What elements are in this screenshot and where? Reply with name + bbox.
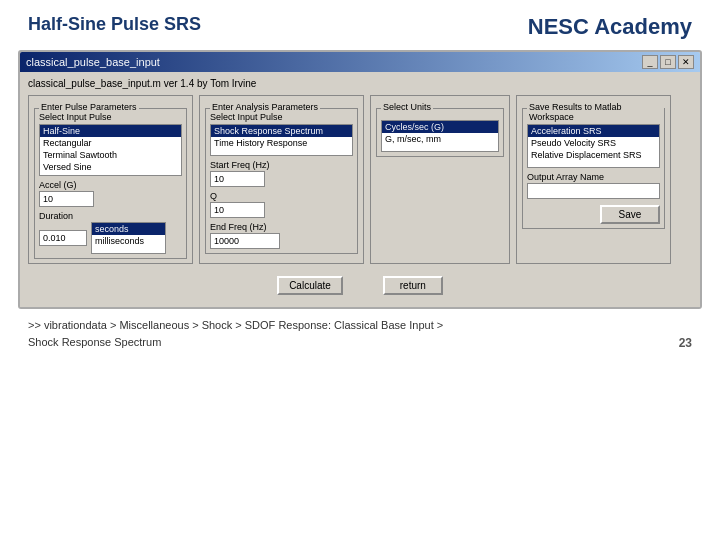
bottom-buttons-row: Calculate return	[28, 272, 692, 299]
list-item[interactable]: Relative Displacement SRS	[528, 149, 659, 161]
list-item[interactable]: Pseudo Velocity SRS	[528, 137, 659, 149]
list-item[interactable]: Cycles/sec (G)	[382, 121, 498, 133]
analysis-params-title: Enter Analysis Parameters	[210, 102, 320, 112]
brand-title: NESC Academy	[528, 14, 692, 40]
footer: >> vibrationdata > Miscellaneous > Shock…	[0, 309, 720, 354]
main-window: classical_pulse_base_input _ □ ✕ classic…	[18, 50, 702, 309]
end-freq-label: End Freq (Hz)	[210, 222, 353, 232]
panel-units: Select Units Cycles/sec (G) G, m/sec, mm	[370, 95, 510, 264]
panel-pulse-parameters: Enter Pulse Parameters Select Input Puls…	[28, 95, 193, 264]
units-title: Select Units	[381, 102, 433, 112]
list-item[interactable]: Terminal Sawtooth	[40, 149, 181, 161]
header: Half-Sine Pulse SRS NESC Academy	[0, 0, 720, 50]
list-item[interactable]: Acceleration SRS	[528, 125, 659, 137]
start-freq-input[interactable]: 10	[210, 171, 265, 187]
save-button-container: Save	[527, 205, 660, 224]
units-listbox[interactable]: Cycles/sec (G) G, m/sec, mm	[381, 120, 499, 152]
filename-label: classical_pulse_base_input.m ver 1.4 by …	[28, 78, 692, 89]
window-controls: _ □ ✕	[642, 55, 694, 69]
list-item[interactable]: seconds	[92, 223, 165, 235]
pulse-params-group: Enter Pulse Parameters Select Input Puls…	[34, 108, 187, 259]
duration-label: Duration	[39, 211, 182, 221]
pulse-type-listbox[interactable]: Half-Sine Rectangular Terminal Sawtooth …	[39, 124, 182, 176]
return-button[interactable]: return	[383, 276, 443, 295]
window-titlebar: classical_pulse_base_input _ □ ✕	[20, 52, 700, 72]
page-title: Half-Sine Pulse SRS	[28, 14, 201, 35]
duration-row: 0.010 seconds milliseconds	[39, 222, 182, 254]
list-item[interactable]: Rectangular	[40, 137, 181, 149]
list-item[interactable]: G, m/sec, mm	[382, 133, 498, 145]
units-group: Select Units Cycles/sec (G) G, m/sec, mm	[376, 108, 504, 157]
output-array-label: Output Array Name	[527, 172, 660, 182]
window-content: classical_pulse_base_input.m ver 1.4 by …	[20, 72, 700, 307]
save-data-listbox[interactable]: Acceleration SRS Pseudo Velocity SRS Rel…	[527, 124, 660, 168]
list-item[interactable]: Time History Response	[211, 137, 352, 149]
window-title: classical_pulse_base_input	[26, 56, 160, 68]
list-item[interactable]: Half-Sine	[40, 125, 181, 137]
breadcrumb: >> vibrationdata > Miscellaneous > Shock…	[28, 317, 443, 350]
duration-input[interactable]: 0.010	[39, 230, 87, 246]
close-button[interactable]: ✕	[678, 55, 694, 69]
maximize-button[interactable]: □	[660, 55, 676, 69]
select-input-pulse-label: Select Input Pulse	[39, 112, 182, 122]
accel-input[interactable]: 10	[39, 191, 94, 207]
analysis-type-listbox[interactable]: Shock Response Spectrum Time History Res…	[210, 124, 353, 156]
save-results-group: Save Results to Matlab Workspace Select …	[522, 108, 665, 229]
start-freq-label: Start Freq (Hz)	[210, 160, 353, 170]
panels-row: Enter Pulse Parameters Select Input Puls…	[28, 95, 692, 264]
page-number: 23	[679, 336, 692, 350]
minimize-button[interactable]: _	[642, 55, 658, 69]
list-item[interactable]: milliseconds	[92, 235, 165, 247]
end-freq-input[interactable]: 10000	[210, 233, 280, 249]
output-array-input[interactable]	[527, 183, 660, 199]
q-input[interactable]: 10	[210, 202, 265, 218]
duration-unit-listbox[interactable]: seconds milliseconds	[91, 222, 166, 254]
select-analysis-label: Select Input Pulse	[210, 112, 353, 122]
calculate-button[interactable]: Calculate	[277, 276, 343, 295]
list-item[interactable]: Versed Sine	[40, 161, 181, 173]
duration-unit-container: seconds milliseconds	[91, 222, 182, 254]
breadcrumb-line1: >> vibrationdata > Miscellaneous > Shock…	[28, 317, 443, 334]
analysis-params-group: Enter Analysis Parameters Select Input P…	[205, 108, 358, 254]
panel-save-results: Save Results to Matlab Workspace Select …	[516, 95, 671, 264]
accel-label: Accel (G)	[39, 180, 182, 190]
save-results-title: Save Results to Matlab Workspace	[527, 102, 664, 122]
breadcrumb-line2: Shock Response Spectrum	[28, 334, 443, 351]
pulse-params-title: Enter Pulse Parameters	[39, 102, 139, 112]
q-label: Q	[210, 191, 353, 201]
list-item[interactable]: Shock Response Spectrum	[211, 125, 352, 137]
panel-analysis-parameters: Enter Analysis Parameters Select Input P…	[199, 95, 364, 264]
save-button[interactable]: Save	[600, 205, 660, 224]
